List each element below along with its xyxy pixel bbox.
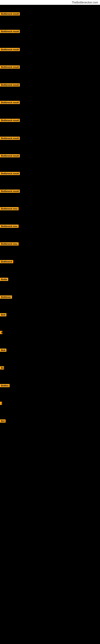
result-row-4: Bottleneck result xyxy=(0,66,20,70)
bottleneck-badge-20: Bott xyxy=(0,348,6,352)
bottleneck-badge-14: Bottleneck resu xyxy=(0,242,19,246)
bottleneck-badge-13: Bottleneck resu xyxy=(0,224,19,228)
result-row-20: Bott xyxy=(0,348,6,352)
result-row-1: Bottleneck result xyxy=(0,12,20,16)
bottleneck-badge-4: Bottleneck result xyxy=(0,66,20,69)
bottleneck-badge-11: Bottleneck result xyxy=(0,190,20,193)
result-row-14: Bottleneck resu xyxy=(0,242,19,246)
result-row-17: Bottlenec xyxy=(0,296,12,300)
site-title: TheBottlenecker.com xyxy=(72,1,98,4)
bottleneck-badge-23: | xyxy=(0,402,2,405)
result-row-23: | xyxy=(0,402,2,406)
bottleneck-badge-12: Bottleneck resu xyxy=(0,207,19,210)
bottleneck-badge-24: Bot xyxy=(0,420,6,422)
bottleneck-badge-5: Bottleneck result xyxy=(0,83,20,86)
bottleneck-badge-18: Bott xyxy=(0,313,6,316)
bottleneck-badge-19: B xyxy=(0,331,2,334)
result-row-11: Bottleneck result xyxy=(0,190,20,194)
result-row-6: Bottleneck result xyxy=(0,101,20,105)
result-row-9: Bottleneck result xyxy=(0,154,20,158)
bottleneck-badge-22: Bottlen xyxy=(0,384,10,387)
result-row-18: Bott xyxy=(0,313,6,317)
result-row-12: Bottleneck resu xyxy=(0,207,19,211)
result-row-2: Bottleneck result xyxy=(0,30,20,34)
bottleneck-badge-10: Bottleneck result xyxy=(0,172,20,175)
bottleneck-badge-2: Bottleneck result xyxy=(0,30,20,33)
result-row-10: Bottleneck result xyxy=(0,172,20,176)
bottleneck-badge-7: Bottleneck result xyxy=(0,119,20,122)
result-row-21: Bo xyxy=(0,366,4,370)
result-row-16: Bottle xyxy=(0,278,8,282)
result-row-13: Bottleneck resu xyxy=(0,224,19,228)
result-row-15: Bottleneck xyxy=(0,260,13,264)
results-container: Bottleneck resultBottleneck resultBottle… xyxy=(0,5,100,639)
result-row-24: Bot xyxy=(0,420,6,424)
result-row-22: Bottlen xyxy=(0,384,10,388)
bottleneck-badge-17: Bottlenec xyxy=(0,296,12,299)
bottleneck-badge-16: Bottle xyxy=(0,278,8,281)
bottleneck-badge-1: Bottleneck result xyxy=(0,12,20,16)
result-row-19: B xyxy=(0,331,2,335)
result-row-5: Bottleneck result xyxy=(0,83,20,87)
result-row-3: Bottleneck result xyxy=(0,48,20,52)
result-row-8: Bottleneck result xyxy=(0,137,20,141)
bottleneck-badge-3: Bottleneck result xyxy=(0,48,20,51)
bottleneck-badge-8: Bottleneck result xyxy=(0,137,20,140)
bottleneck-badge-15: Bottleneck xyxy=(0,260,13,263)
result-row-7: Bottleneck result xyxy=(0,119,20,123)
site-header: TheBottlenecker.com xyxy=(0,0,100,5)
bottleneck-badge-9: Bottleneck result xyxy=(0,154,20,158)
bottleneck-badge-21: Bo xyxy=(0,366,4,370)
bottleneck-badge-6: Bottleneck result xyxy=(0,101,20,104)
